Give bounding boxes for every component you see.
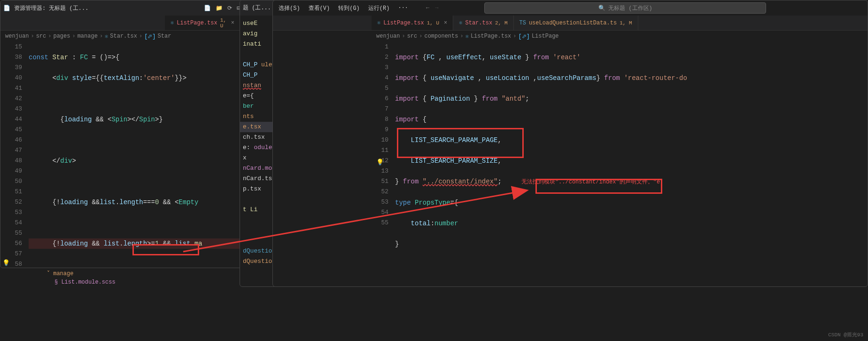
right-editor-pane: 选择(S) 查看(V) 转到(G) 运行(R) ··· ← → 🔍 无标题 (工… bbox=[272, 0, 868, 287]
left-titlebar: 📄 资源管理器: 无标题 (工... 📄 📁 ⟳ ⊟ ··· bbox=[0, 0, 258, 16]
refresh-icon[interactable]: ⟳ bbox=[227, 5, 232, 12]
right-breadcrumb: wenjuan› src› components› ⚛ListPage.tsx›… bbox=[273, 31, 868, 42]
tab-hook[interactable]: TS useLoadQuestionListData.ts 1, M bbox=[514, 16, 638, 30]
right-editor[interactable]: 1 2 3 4 5 6 7 8 9 10 11 12 13 51 52 53 5… bbox=[273, 42, 868, 286]
bc-item[interactable]: wenjuan bbox=[5, 33, 29, 40]
left-breadcrumb: wenjuan› src› pages› manage› ⚛Star.tsx› … bbox=[0, 31, 258, 42]
bc-item[interactable]: src bbox=[36, 33, 46, 40]
left-tabbar: ⚛ ListPage.tsx 1, U × ⚛ Star.tsx bbox=[0, 16, 258, 31]
watermark: CSDN @摇光93 bbox=[828, 331, 863, 338]
lightbulb-icon[interactable]: 💡 bbox=[376, 158, 384, 168]
react-icon: ⚛ bbox=[377, 19, 380, 26]
close-icon[interactable]: × bbox=[444, 20, 447, 26]
tab-listpage[interactable]: ⚛ ListPage.tsx 1, U × bbox=[165, 16, 240, 30]
menubar: 选择(S) 查看(V) 转到(G) 运行(R) ··· ← → 🔍 无标题 (工… bbox=[273, 0, 868, 16]
menu-view[interactable]: 查看(V) bbox=[309, 4, 330, 12]
tree-folder[interactable]: ˅ manage bbox=[0, 269, 258, 278]
menu-goto[interactable]: 转到(G) bbox=[338, 4, 360, 12]
bc-item[interactable]: pages bbox=[53, 33, 70, 40]
nav-back-icon[interactable]: ← bbox=[426, 5, 429, 11]
command-search[interactable]: 🔍 无标题 (工作区) bbox=[484, 2, 766, 14]
search-placeholder: 无标题 (工作区) bbox=[608, 4, 652, 12]
explorer-tree: ˅ manage § List.module.scss bbox=[0, 269, 258, 286]
bc-item[interactable]: manage bbox=[78, 33, 98, 40]
bc-symbol[interactable]: ListPage bbox=[532, 33, 559, 40]
nav-forward-icon[interactable]: → bbox=[435, 5, 438, 11]
new-folder-icon[interactable]: 📁 bbox=[216, 5, 223, 12]
bc-symbol[interactable]: Star bbox=[158, 33, 171, 40]
bc-item[interactable]: wenjuan bbox=[376, 33, 400, 40]
close-icon[interactable]: × bbox=[231, 20, 234, 26]
lightbulb-icon[interactable]: 💡 bbox=[2, 259, 10, 267]
bc-item[interactable]: src bbox=[407, 33, 418, 40]
left-editor[interactable]: 15 38 39 40 41 42 43 44 45 46 47 48 49 5… bbox=[0, 42, 258, 268]
tab-filename: ListPage.tsx bbox=[177, 20, 217, 26]
tab-listpage[interactable]: ⚛ ListPage.tsx 1, U × bbox=[372, 16, 453, 30]
new-file-icon[interactable]: 📄 bbox=[204, 5, 211, 12]
menu-select[interactable]: 选择(S) bbox=[279, 4, 300, 12]
tab-star[interactable]: ⚛ Star.tsx 2, M bbox=[453, 16, 513, 30]
react-icon: ⚛ bbox=[459, 19, 462, 26]
menu-more[interactable]: ··· bbox=[398, 5, 408, 11]
left-gutter: 15 38 39 40 41 42 43 44 45 46 47 48 49 5… bbox=[0, 42, 29, 268]
right-code[interactable]: import {FC , useEffect, useState } from … bbox=[395, 42, 868, 286]
ts-icon: TS bbox=[519, 20, 526, 26]
bc-item[interactable]: ListPage.tsx bbox=[471, 33, 511, 40]
right-tabbar: ⚛ ListPage.tsx 1, U × ⚛ Star.tsx 2, M TS… bbox=[273, 16, 868, 31]
left-code[interactable]: const Star : FC = ()=>{ <div style={{tex… bbox=[29, 42, 258, 268]
tree-file[interactable]: § List.module.scss bbox=[0, 278, 258, 286]
tab-badge: 1, U bbox=[220, 17, 226, 29]
search-icon: 🔍 bbox=[598, 5, 605, 12]
left-editor-pane: 📄 资源管理器: 无标题 (工... 📄 📁 ⟳ ⊟ ··· ⚛ ListPag… bbox=[0, 0, 258, 268]
bc-item[interactable]: Star.tsx bbox=[110, 33, 137, 40]
bc-item[interactable]: components bbox=[424, 33, 458, 40]
explorer-title: 资源管理器: 无标题 (工... bbox=[14, 4, 88, 12]
menu-run[interactable]: 运行(R) bbox=[368, 4, 390, 12]
explorer-icon: 📄 bbox=[3, 5, 10, 12]
react-icon: ⚛ bbox=[170, 19, 174, 26]
